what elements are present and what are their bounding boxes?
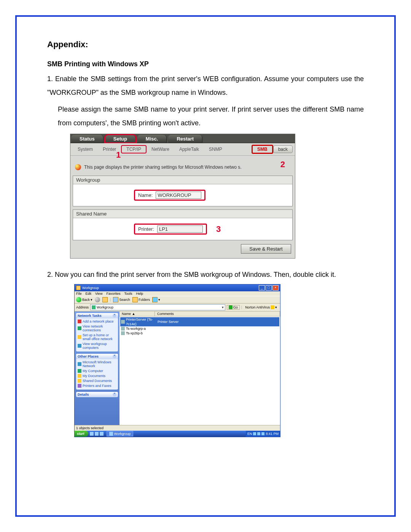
collapse-icon[interactable]: ˄ — [113, 314, 116, 318]
start-button[interactable]: start — [75, 431, 88, 437]
save-restart-button[interactable]: Save & Restart — [241, 244, 291, 254]
printer-label: Printer: — [138, 226, 154, 232]
col-name[interactable]: Name ▲ — [119, 312, 155, 316]
workgroup-icon — [78, 344, 81, 348]
my-documents-icon — [78, 374, 81, 378]
menu-edit[interactable]: Edit — [86, 292, 92, 296]
menu-favorites[interactable]: Favorites — [106, 292, 120, 296]
close-button[interactable]: × — [272, 285, 279, 291]
quicklaunch-icon[interactable] — [100, 432, 104, 436]
primary-tab-row: Status Setup Misc. Restart — [70, 134, 295, 143]
search-label: Search — [119, 298, 130, 302]
list-item-workgrp-a[interactable]: Ts-workgrp-a — [120, 326, 279, 331]
address-field[interactable]: Workgroup ▾ — [90, 304, 225, 310]
sidebar-item-label: Microsoft Windows Network — [83, 360, 116, 368]
search-icon — [113, 297, 118, 302]
subtab-tcpip[interactable]: TCP/IP — [121, 145, 147, 153]
callout-3: 3 — [216, 224, 221, 234]
window-title: Workgroup — [82, 286, 99, 290]
tray-clock: 8:41 PM — [266, 432, 279, 436]
collapse-icon[interactable]: ˄ — [113, 355, 116, 358]
minimize-button[interactable]: _ — [259, 285, 265, 291]
workgroup-name-input[interactable]: WORKGROUP — [156, 192, 201, 199]
xp-menubar: File Edit View Favorites Tools Help — [75, 291, 280, 296]
network-tasks-title: Network Tasks — [78, 314, 102, 318]
panel-workgroup: Workgroup Name: WORKGROUP — [73, 176, 293, 206]
taskbar-item-workgroup[interactable]: Workgroup — [107, 431, 134, 436]
up-button[interactable] — [102, 297, 108, 302]
menu-help[interactable]: Help — [136, 292, 143, 296]
shared-documents-icon — [78, 379, 81, 383]
sidebar-details: Details˅ — [76, 392, 118, 397]
panel-shared-name: Shared Name Printer: LP1 3 — [73, 209, 293, 240]
subtab-smb[interactable]: SMB — [252, 145, 273, 154]
folders-button[interactable]: Folders — [132, 297, 150, 302]
subtab-system[interactable]: System — [73, 145, 98, 153]
subtab-snmp[interactable]: SNMP — [204, 145, 227, 153]
window-icon — [76, 286, 81, 290]
callout-2: 2 — [280, 160, 285, 169]
step-2-text: Now you can find the print server from t… — [55, 271, 336, 278]
sidebar-item-printers-faxes[interactable]: Printers and Faxes — [78, 384, 116, 388]
sidebar-item-shared-documents[interactable]: Shared Documents — [78, 379, 116, 383]
connections-icon — [78, 326, 81, 330]
list-item-printer-server[interactable]: PrinterServer (Ts-7c14e) Printer Server — [120, 317, 279, 326]
menu-file[interactable]: File — [76, 292, 82, 296]
tray-icon[interactable] — [253, 432, 256, 435]
sidebar-item-view-workgroup[interactable]: View workgroup computers — [78, 342, 116, 350]
tray-lang[interactable]: EN — [247, 432, 252, 436]
forward-nav-button[interactable] — [95, 297, 100, 302]
sidebar-item-label: View workgroup computers — [83, 342, 116, 350]
quicklaunch-icon[interactable] — [90, 432, 94, 436]
setup-network-icon — [78, 335, 81, 339]
menu-tools[interactable]: Tools — [124, 292, 132, 296]
go-button[interactable]: Go — [227, 305, 240, 310]
secondary-tab-row: System Printer TCP/IP NetWare AppleTalk … — [70, 143, 295, 156]
workgroup-name-label: Name: — [138, 192, 153, 198]
back-button[interactable]: back — [273, 145, 293, 153]
appendix-heading: Appendix: — [47, 40, 364, 50]
forward-icon — [95, 297, 100, 302]
sidebar-item-label: Printers and Faxes — [83, 384, 112, 388]
printer-name-input[interactable]: LP1 — [157, 225, 203, 233]
views-button[interactable]: ▾ — [152, 297, 160, 302]
panel-workgroup-header: Workgroup — [73, 176, 292, 184]
back-nav-button[interactable]: Back ▾ — [76, 297, 92, 302]
screenshot-print-server-ui: Status Setup Misc. Restart System Printe… — [70, 134, 295, 259]
subtab-appletalk[interactable]: AppleTalk — [174, 145, 204, 153]
col-comments[interactable]: Comments — [155, 312, 280, 316]
address-icon — [92, 305, 96, 309]
search-button[interactable]: Search — [113, 297, 130, 302]
sidebar-item-my-documents[interactable]: My Documents — [78, 374, 116, 378]
tray-icon[interactable] — [261, 432, 264, 435]
info-icon — [75, 164, 81, 170]
maximize-button[interactable]: □ — [266, 285, 272, 291]
menu-view[interactable]: View — [95, 292, 102, 296]
tray-icon[interactable] — [257, 432, 260, 435]
back-label: Back — [82, 298, 90, 302]
row-name: PrinterServer (Ts-7c14e) — [126, 317, 156, 326]
add-place-icon — [78, 320, 81, 323]
workgroup-name-highlight: Name: WORKGROUP — [134, 190, 206, 201]
sidebar-item-view-connections[interactable]: View network connections — [78, 324, 116, 332]
sidebar-item-add-network-place[interactable]: Add a network place — [78, 320, 116, 323]
step-1-paragraph-a: 1. Enable the SMB settings from the prin… — [47, 72, 364, 99]
sidebar-item-my-computer[interactable]: My Computer — [78, 369, 116, 373]
xp-titlebar: Workgroup _ □ × — [75, 284, 280, 291]
step-2-number: 2. — [47, 271, 55, 278]
tab-setup[interactable]: Setup — [105, 135, 136, 143]
sidebar-item-label: View network connections — [83, 324, 116, 332]
tab-restart[interactable]: Restart — [168, 135, 202, 143]
expand-icon[interactable]: ˅ — [113, 393, 116, 396]
quicklaunch-icon[interactable] — [95, 432, 99, 436]
computer-icon — [121, 320, 125, 324]
computer-icon — [121, 331, 125, 335]
sidebar-item-setup-network[interactable]: Set up a home or small office network — [78, 333, 116, 341]
tab-misc[interactable]: Misc. — [137, 135, 167, 143]
list-item-xp2tip-b[interactable]: Ts-xp2tip-b — [120, 331, 279, 335]
tab-status[interactable]: Status — [71, 135, 104, 143]
sidebar-item-label: My Documents — [83, 374, 105, 378]
subtab-netware[interactable]: NetWare — [147, 145, 174, 153]
norton-toolbar[interactable]: Norton AntiVirus ▾ — [244, 305, 279, 309]
sidebar-item-ms-network[interactable]: Microsoft Windows Network — [78, 360, 116, 368]
